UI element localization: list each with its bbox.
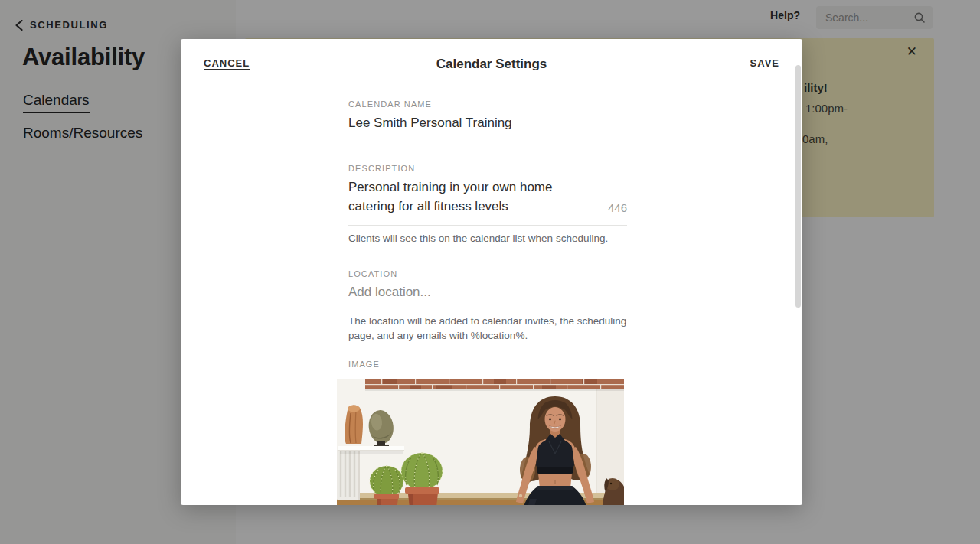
location-field — [348, 283, 627, 308]
modal-body: CALENDAR NAME DESCRIPTION Personal train… — [348, 99, 627, 505]
cancel-button[interactable]: CANCEL — [204, 57, 250, 69]
description-input[interactable]: Personal training in your own home cater… — [348, 178, 601, 216]
save-button[interactable]: SAVE — [750, 57, 779, 69]
description-label: DESCRIPTION — [348, 164, 627, 173]
calendar-image[interactable] — [337, 379, 624, 505]
description-field: Personal training in your own home cater… — [348, 178, 627, 226]
calendar-name-field — [348, 114, 627, 145]
calendar-name-label: CALENDAR NAME — [348, 99, 627, 109]
location-help-text: The location will be added to calendar i… — [348, 314, 627, 343]
location-label: LOCATION — [348, 269, 627, 279]
location-input[interactable] — [348, 283, 627, 301]
app-window: SCHEDULING Availability Calendars Rooms/… — [0, 0, 980, 544]
calendar-name-input[interactable] — [348, 114, 627, 132]
modal-header: CANCEL Calendar Settings SAVE — [181, 39, 802, 82]
character-count: 446 — [608, 201, 627, 214]
image-label: IMAGE — [348, 360, 627, 369]
modal-title: Calendar Settings — [181, 39, 802, 72]
calendar-settings-modal: CANCEL Calendar Settings SAVE CALENDAR N… — [181, 39, 802, 505]
modal-scrollbar[interactable] — [795, 65, 801, 308]
calendar-photo — [337, 379, 624, 505]
description-help-text: Clients will see this on the calendar li… — [348, 231, 627, 246]
